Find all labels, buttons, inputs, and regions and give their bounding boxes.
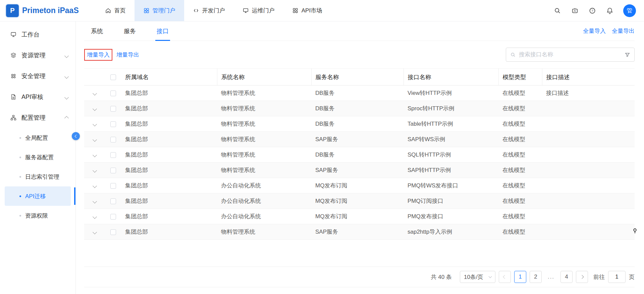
sidebar-item-security-mgmt[interactable]: 安全管理: [0, 66, 75, 86]
cell-model-type: 在线模型: [498, 116, 542, 132]
chevron-left-icon: [75, 134, 78, 138]
next-page-button[interactable]: [576, 271, 588, 283]
row-expand-icon[interactable]: [93, 107, 97, 111]
cell-system: 物料管理系统: [217, 85, 311, 101]
filter-icon[interactable]: [625, 52, 630, 58]
sidebar: 工作台 资源管理 安全管理 API审核 配置管理 全局配置 服务器: [0, 21, 76, 294]
logo-icon: P: [6, 4, 19, 17]
cell-description: [542, 163, 635, 178]
cell-model-type: 在线模型: [498, 209, 542, 224]
row-checkbox[interactable]: [110, 137, 116, 142]
cell-model-type: 在线模型: [498, 101, 542, 116]
pagination-bar: 共 40 条 10条/页 1 2 ... 4 前往 页: [84, 267, 635, 287]
sidebar-item-resource-mgmt[interactable]: 资源管理: [0, 45, 75, 66]
row-expand-icon[interactable]: [93, 199, 97, 203]
row-expand-cell: [84, 163, 105, 178]
prev-page-button[interactable]: [499, 271, 511, 283]
nav-item-api-market[interactable]: API市场: [283, 0, 331, 21]
row-checkbox[interactable]: [110, 168, 116, 173]
chevron-down-icon: [65, 73, 68, 80]
row-expand-cell: [84, 116, 105, 132]
cell-model-type: 在线模型: [498, 163, 542, 178]
pin-icon[interactable]: [631, 227, 639, 235]
row-expand-icon[interactable]: [93, 184, 97, 188]
cell-model-type: 在线模型: [498, 178, 542, 193]
row-expand-icon[interactable]: [93, 168, 97, 173]
row-checkbox[interactable]: [110, 183, 116, 189]
cell-service: SAP服务: [311, 163, 404, 178]
row-checkbox[interactable]: [110, 91, 116, 96]
avatar[interactable]: 管: [623, 4, 636, 17]
full-import-link[interactable]: 全量导入: [583, 27, 606, 35]
sidebar-item-workbench[interactable]: 工作台: [0, 24, 75, 45]
incremental-export-link[interactable]: 增量导出: [116, 51, 139, 59]
row-checkbox-cell: [105, 224, 121, 240]
nav-item-dev-portal[interactable]: 开发门户: [184, 0, 234, 21]
sidebar-subitem-resource-permission[interactable]: 资源权限: [5, 206, 71, 225]
workbench-icon: [10, 31, 17, 38]
page-button-4[interactable]: 4: [560, 271, 573, 283]
row-checkbox-cell: [105, 209, 121, 224]
goto-page-input[interactable]: [608, 271, 626, 283]
sidebar-item-config-mgmt[interactable]: 配置管理: [0, 107, 75, 128]
row-expand-icon[interactable]: [93, 230, 97, 234]
cell-description: [542, 178, 635, 193]
page-button-2[interactable]: 2: [530, 271, 542, 283]
bell-icon[interactable]: [606, 7, 614, 15]
help-icon[interactable]: ?: [588, 7, 596, 15]
tab-service[interactable]: 服务: [122, 21, 137, 41]
cell-description: [542, 132, 635, 147]
cell-service: DB服务: [311, 116, 404, 132]
cell-service: SAP服务: [311, 132, 404, 147]
sidebar-subitem-global-config[interactable]: 全局配置: [5, 128, 71, 148]
dev-portal-icon: [193, 7, 199, 14]
sidebar-collapse-button[interactable]: [72, 132, 80, 140]
row-checkbox[interactable]: [110, 106, 116, 112]
sidebar-subitem-log-index-mgmt[interactable]: 日志索引管理: [5, 167, 71, 186]
sidebar-subitem-server-config[interactable]: 服务器配置: [5, 148, 71, 167]
full-export-link[interactable]: 全量导出: [612, 27, 635, 35]
row-expand-icon[interactable]: [93, 122, 97, 126]
page-button-1[interactable]: 1: [514, 271, 526, 283]
row-expand-icon[interactable]: [93, 91, 97, 96]
tab-system[interactable]: 系统: [90, 21, 104, 41]
cell-description: [542, 209, 635, 224]
page-ellipsis[interactable]: ...: [545, 271, 557, 283]
svg-text:AI: AI: [574, 9, 576, 12]
search-icon[interactable]: [553, 7, 561, 15]
sidebar-subitem-label: API迁移: [25, 192, 46, 200]
row-expand-icon[interactable]: [93, 153, 97, 157]
cell-domain: 集团总部: [121, 224, 217, 240]
tab-interface[interactable]: 接口: [155, 21, 170, 41]
cell-system: 物料管理系统: [217, 224, 311, 240]
row-expand-icon[interactable]: [93, 137, 97, 142]
cell-service: DB服务: [311, 85, 404, 101]
page-size-select[interactable]: 10条/页: [460, 271, 495, 283]
nav-item-home[interactable]: 首页: [96, 0, 135, 21]
cell-description: [542, 224, 635, 240]
cell-description: [542, 147, 635, 163]
nav-item-label: API市场: [302, 7, 322, 14]
cell-interface: Table转HTTP示例: [404, 116, 498, 132]
row-checkbox[interactable]: [110, 152, 116, 158]
row-checkbox[interactable]: [110, 214, 116, 220]
row-checkbox[interactable]: [110, 198, 116, 204]
sidebar-subitem-label: 全局配置: [25, 134, 48, 142]
row-checkbox[interactable]: [110, 229, 116, 235]
nav-item-admin-portal[interactable]: 管理门户: [135, 0, 184, 21]
incremental-import-link[interactable]: 增量导入: [87, 52, 110, 58]
sidebar-subitem-api-migration[interactable]: API迁移: [5, 186, 71, 206]
select-all-checkbox[interactable]: [110, 74, 116, 80]
nav-item-label: 管理门户: [153, 7, 175, 14]
table-row: 集团总部物料管理系统DB服务Sproc转HTTP示例在线模型: [84, 101, 635, 116]
sidebar-item-label: 工作台: [21, 31, 40, 39]
ai-assistant-icon[interactable]: AI: [571, 7, 579, 15]
nav-item-ops-portal[interactable]: 运维门户: [234, 0, 283, 21]
search-input[interactable]: [519, 51, 622, 58]
chevron-down-icon: [65, 52, 68, 59]
row-checkbox[interactable]: [110, 121, 116, 127]
sidebar-item-api-review[interactable]: API审核: [0, 86, 75, 107]
row-expand-icon[interactable]: [93, 215, 97, 219]
cell-system: 物料管理系统: [217, 147, 311, 163]
cell-service: MQ发布订阅: [311, 209, 404, 224]
